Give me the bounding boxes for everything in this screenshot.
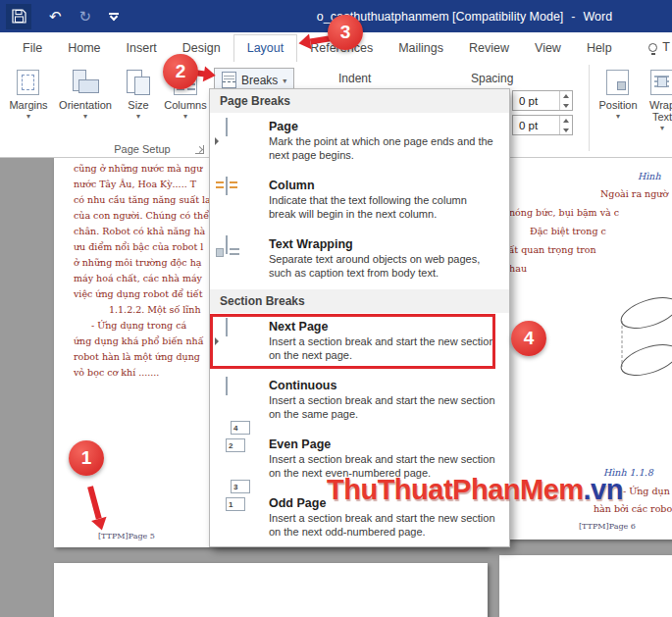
chevron-down-icon: ▾ — [283, 77, 286, 85]
redo-icon[interactable]: ↻ — [79, 9, 92, 24]
spinner-up-icon[interactable] — [560, 91, 572, 101]
chevron-down-icon: ▾ — [26, 113, 30, 121]
chevron-down-icon: ▾ — [183, 113, 187, 121]
menu-item-continuous[interactable]: Continuous Insert a section break and st… — [210, 372, 509, 431]
text-line: Hình — [638, 171, 661, 181]
customize-quick-access-icon[interactable] — [109, 13, 119, 20]
page-6-footer: [TTPM]Page 6 — [579, 522, 636, 531]
wrap-text-icon — [647, 68, 672, 97]
default-marker-icon — [215, 137, 219, 145]
tab-home[interactable]: Home — [55, 35, 113, 62]
spacing-after-input[interactable]: 0 pt — [512, 115, 573, 135]
page-break-icon — [226, 119, 259, 136]
text-line: nóng bức, bụi bặm và c — [509, 207, 619, 218]
margins-button[interactable]: Margins ▾ — [4, 64, 53, 150]
tab-mailings[interactable]: Mailings — [386, 35, 456, 62]
group-separator — [589, 65, 590, 151]
text-line: rất quan trọng tron — [504, 244, 596, 255]
text-line: - Ứng dụn — [623, 486, 670, 496]
annotation-circle-1: 1 — [69, 440, 104, 476]
orientation-button[interactable]: Orientation ▾ — [53, 64, 118, 150]
next-page-top[interactable] — [54, 563, 488, 617]
page-5-footer: [TTPM]Page 5 — [98, 532, 155, 540]
annotation-circle-4: 4 — [511, 321, 546, 356]
column-break-icon — [226, 178, 259, 195]
spacing-before-input[interactable]: 0 pt — [512, 90, 573, 111]
quick-access-toolbar: ↶ ↻ — [6, 0, 119, 32]
chevron-down-icon: ▾ — [616, 113, 620, 121]
save-icon[interactable] — [6, 4, 31, 29]
page-break-icon — [222, 72, 236, 88]
figure-drawing — [612, 283, 672, 396]
annotation-circle-3: 3 — [328, 15, 363, 50]
tab-layout[interactable]: Layout — [233, 34, 298, 62]
section-breaks-header: Section Breaks — [210, 289, 509, 313]
chevron-down-icon: ▾ — [136, 113, 140, 121]
app-name: Word — [584, 10, 613, 24]
tab-view[interactable]: View — [522, 35, 574, 62]
next-page-top-right[interactable] — [499, 555, 672, 617]
text-line: Đặc biệt trong c — [530, 226, 606, 236]
spacing-label: Spacing — [471, 72, 513, 85]
undo-icon[interactable]: ↶ — [49, 9, 62, 24]
tab-review[interactable]: Review — [456, 35, 522, 62]
wrap-text-button[interactable]: Wrap Text ▾ — [643, 64, 672, 132]
indent-label: Indent — [338, 72, 371, 85]
text-wrapping-icon — [226, 236, 259, 254]
text-line: Ngoài ra ngườ — [600, 188, 668, 199]
dialog-launcher-icon[interactable] — [195, 145, 204, 154]
tab-file[interactable]: File — [10, 35, 55, 62]
menu-item-column[interactable]: Column Indicate that the text following … — [210, 172, 509, 231]
page-setup-group-label: Page Setup — [83, 143, 201, 155]
orientation-icon — [71, 68, 100, 97]
page-size-icon — [124, 68, 153, 97]
page-breaks-header: Page Breaks — [210, 89, 509, 113]
position-button[interactable]: Position ▾ — [594, 64, 642, 121]
menu-item-page[interactable]: Page Mark the point at which one page en… — [210, 113, 509, 172]
margins-icon — [14, 68, 43, 97]
lightbulb-icon — [648, 43, 657, 52]
position-icon — [603, 68, 633, 97]
chevron-down-icon: ▾ — [660, 125, 664, 132]
tab-help[interactable]: Help — [574, 35, 625, 62]
menu-item-text-wrapping[interactable]: Text Wrapping Separate text around objec… — [210, 231, 509, 289]
word-window: ↶ ↻ o_caothuthuatphanmem [Compatibility … — [0, 0, 672, 617]
continuous-break-icon — [226, 378, 259, 395]
tell-me-button[interactable]: T — [648, 32, 672, 62]
watermark: ThuThuatPhanMem.vn — [327, 474, 623, 506]
size-button[interactable]: Size ▾ — [118, 64, 159, 150]
window-title: o_caothuthuatphanmem [Compatibility Mode… — [265, 0, 664, 32]
spinner-up-icon[interactable] — [560, 116, 572, 126]
chevron-down-icon: ▾ — [83, 113, 87, 121]
tab-insert[interactable]: Insert — [114, 35, 170, 62]
annotation-circle-2: 2 — [163, 54, 198, 89]
spinner-down-icon[interactable] — [560, 126, 572, 135]
highlight-rectangle — [210, 314, 495, 369]
spinner-down-icon[interactable] — [560, 101, 572, 111]
